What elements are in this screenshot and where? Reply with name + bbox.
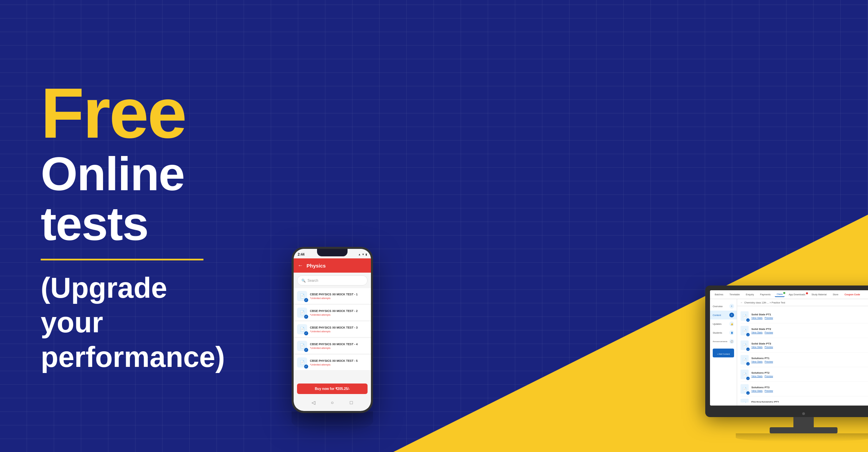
test-info-4: CBSE PHYSICS XII MOCK TEST - 4 *Unlimite… bbox=[310, 342, 368, 349]
test-name-1: CBSE PHYSICS XII MOCK TEST - 1 bbox=[310, 293, 368, 296]
monitor-neck bbox=[793, 417, 814, 427]
desktop-test-badge-2: ✓ bbox=[746, 333, 750, 336]
left-section: Free Online tests (Upgrade your performa… bbox=[0, 51, 231, 401]
status-icons: ▲ ▼ ▮ bbox=[358, 253, 367, 256]
headline-sub: (Upgrade your performance) bbox=[41, 271, 203, 374]
preview-1[interactable]: Preview bbox=[765, 317, 773, 319]
desktop-test-item-6[interactable]: 📄 ✓ Solutions PT3 View Stats Preview bbox=[741, 382, 868, 396]
test-item-4[interactable]: 📄 ✓ CBSE PHYSICS XII MOCK TEST - 4 *Unli… bbox=[294, 338, 371, 354]
back-arrow-icon[interactable]: ← bbox=[298, 262, 303, 269]
phone-search-bar[interactable]: 🔍 Search bbox=[297, 275, 368, 286]
view-stats-1[interactable]: View Stats bbox=[751, 317, 763, 319]
desktop-test-item-5[interactable]: 📄 ✓ Solutions PT2 View Stats Preview bbox=[741, 367, 868, 382]
preview-5[interactable]: Preview bbox=[765, 375, 773, 377]
monitor-device: Batches Timetable Enquiry Payments Class… bbox=[705, 286, 868, 442]
monitor-chin bbox=[705, 410, 868, 417]
nav-class[interactable]: Class bbox=[775, 292, 785, 297]
test-item-5[interactable]: 📄 ✓ CBSE PHYSICS XII MOCK TEST - 5 *Unli… bbox=[294, 355, 371, 371]
test-info-2: CBSE PHYSICS XII MOCK TEST - 2 *Unlimite… bbox=[310, 309, 368, 316]
desktop-test-actions-4: View Stats Preview bbox=[751, 360, 868, 363]
test-name-5: CBSE PHYSICS XII MOCK TEST - 5 bbox=[310, 359, 368, 363]
nav-store[interactable]: Store bbox=[831, 292, 841, 297]
desktop-breadcrumb: ← Chemistry class 12th ... > Practice Te… bbox=[737, 299, 868, 306]
desktop-test-item-4[interactable]: 📄 ✓ Solutions PT1 View Stats Preview bbox=[741, 353, 868, 367]
breadcrumb-path: Chemistry class 12th ... > Practice Test bbox=[744, 301, 785, 304]
desktop-test-info-7: Electrochemistry PT1 View Stats Preview bbox=[751, 400, 868, 402]
back-icon[interactable]: ← bbox=[741, 301, 743, 304]
view-stats-3[interactable]: View Stats bbox=[751, 346, 763, 348]
test-icon-2: 📄 ✓ bbox=[297, 308, 307, 318]
desktop-test-badge-3: ✓ bbox=[746, 348, 750, 351]
nav-enquiry[interactable]: Enquiry bbox=[744, 292, 756, 297]
test-list-phone: 📄 ✓ CBSE PHYSICS XII MOCK TEST - 1 *Unli… bbox=[294, 288, 371, 371]
phone-mockup: 2:44 ▲ ▼ ▮ ← Physics 🔍 bbox=[292, 247, 373, 432]
sidebar-content[interactable]: Content ≡ bbox=[710, 311, 737, 319]
monitor-power-dot bbox=[802, 412, 805, 415]
test-attempts-4: *Unlimited attempts bbox=[310, 347, 368, 349]
test-item-3[interactable]: 📄 ✓ CBSE PHYSICS XII MOCK TEST - 3 *Unli… bbox=[294, 321, 371, 337]
test-name-3: CBSE PHYSICS XII MOCK TEST - 3 bbox=[310, 326, 368, 330]
nav-timetable[interactable]: Timetable bbox=[727, 292, 742, 297]
desktop-sidebar: Overview ≡ Content ≡ Updates 🔔 bbox=[710, 299, 737, 406]
preview-2[interactable]: Preview bbox=[765, 331, 773, 334]
monitor-screen: Batches Timetable Enquiry Payments Class… bbox=[710, 290, 868, 406]
view-stats-2[interactable]: View Stats bbox=[751, 331, 763, 334]
desktop-test-actions-6: View Stats Preview bbox=[751, 390, 868, 392]
phone-header: ← Physics bbox=[294, 258, 371, 273]
sidebar-announcements[interactable]: Announcements 💬 bbox=[710, 337, 737, 346]
phone-reflection bbox=[292, 411, 373, 432]
sidebar-overview-label: Overview bbox=[713, 305, 723, 308]
desktop-test-name-3: Solid State PT3 bbox=[751, 342, 868, 345]
preview-4[interactable]: Preview bbox=[765, 360, 773, 363]
desktop-test-item-7[interactable]: 📄 Electrochemistry PT1 View Stats Previe… bbox=[741, 396, 868, 402]
view-stats-6[interactable]: View Stats bbox=[751, 390, 763, 392]
test-badge-1: ✓ bbox=[304, 298, 308, 302]
sidebar-overview[interactable]: Overview ≡ bbox=[710, 302, 737, 311]
preview-6[interactable]: Preview bbox=[765, 390, 773, 392]
view-stats-5[interactable]: View Stats bbox=[751, 375, 763, 377]
preview-3[interactable]: Preview bbox=[765, 346, 773, 348]
nav-batches[interactable]: Batches bbox=[713, 292, 725, 297]
main-content: Free Online tests (Upgrade your performa… bbox=[0, 0, 868, 452]
desktop-test-badge-6: ✓ bbox=[746, 391, 750, 395]
nav-home-icon[interactable]: ○ bbox=[329, 399, 336, 406]
nav-coupon[interactable]: Coupon Code bbox=[843, 292, 862, 297]
sidebar-action-btn[interactable]: + Add Content bbox=[713, 349, 734, 357]
desktop-test-icon-5: 📄 ✓ bbox=[741, 370, 749, 379]
sidebar-btn-label: + Add Content bbox=[717, 353, 730, 355]
sidebar-updates-icon: 🔔 bbox=[729, 321, 734, 326]
test-info-3: CBSE PHYSICS XII MOCK TEST - 3 *Unlimite… bbox=[310, 326, 368, 332]
monitor-base bbox=[770, 427, 837, 433]
nav-app-downloads[interactable]: App Downloads bbox=[787, 292, 807, 297]
sidebar-students[interactable]: Students 👤 bbox=[710, 328, 737, 337]
desktop-test-info-6: Solutions PT3 View Stats Preview bbox=[751, 386, 868, 392]
test-item-2[interactable]: 📄 ✓ CBSE PHYSICS XII MOCK TEST - 2 *Unli… bbox=[294, 305, 371, 321]
nav-study-material[interactable]: Study Material bbox=[809, 292, 829, 297]
phone-title: Physics bbox=[307, 263, 326, 269]
test-item-1[interactable]: 📄 ✓ CBSE PHYSICS XII MOCK TEST - 1 *Unli… bbox=[294, 288, 371, 304]
desktop-test-item-1[interactable]: 📄 ✓ Solid State PT1 View Stats Preview bbox=[741, 309, 868, 323]
desktop-test-actions-2: View Stats Preview bbox=[751, 331, 868, 334]
desktop-test-icon-3: 📄 ✓ bbox=[741, 340, 749, 350]
status-time: 2:44 bbox=[298, 253, 304, 256]
nav-payments[interactable]: Payments bbox=[758, 292, 773, 297]
desktop-test-icon-6: 📄 ✓ bbox=[741, 384, 749, 394]
desktop-main-area: ← Chemistry class 12th ... > Practice Te… bbox=[737, 299, 868, 406]
nav-back-icon[interactable]: ◁ bbox=[310, 399, 317, 406]
search-placeholder: Search bbox=[308, 279, 318, 282]
test-icon-3: 📄 ✓ bbox=[297, 324, 307, 334]
buy-button[interactable]: Buy now for ₹205.25/- bbox=[297, 384, 368, 394]
sidebar-announcements-label: Announcements bbox=[713, 340, 727, 342]
signal-icon: ▲ bbox=[358, 253, 361, 256]
test-attempts-2: *Unlimited attempts bbox=[310, 314, 368, 316]
desktop-test-item-2[interactable]: 📄 ✓ Solid State PT2 View Stats Preview bbox=[741, 323, 868, 338]
desktop-test-info-2: Solid State PT2 View Stats Preview bbox=[751, 328, 868, 334]
test-name-2: CBSE PHYSICS XII MOCK TEST - 2 bbox=[310, 309, 368, 313]
desktop-test-item-3[interactable]: 📄 ✓ Solid State PT3 View Stats Preview bbox=[741, 338, 868, 353]
view-stats-4[interactable]: View Stats bbox=[751, 360, 763, 363]
nav-apps-icon[interactable]: □ bbox=[348, 399, 355, 406]
sidebar-content-icon: ≡ bbox=[729, 313, 734, 317]
sidebar-updates[interactable]: Updates 🔔 bbox=[710, 319, 737, 328]
desktop-test-name-5: Solutions PT2 bbox=[751, 371, 868, 374]
test-badge-5: ✓ bbox=[304, 365, 308, 369]
